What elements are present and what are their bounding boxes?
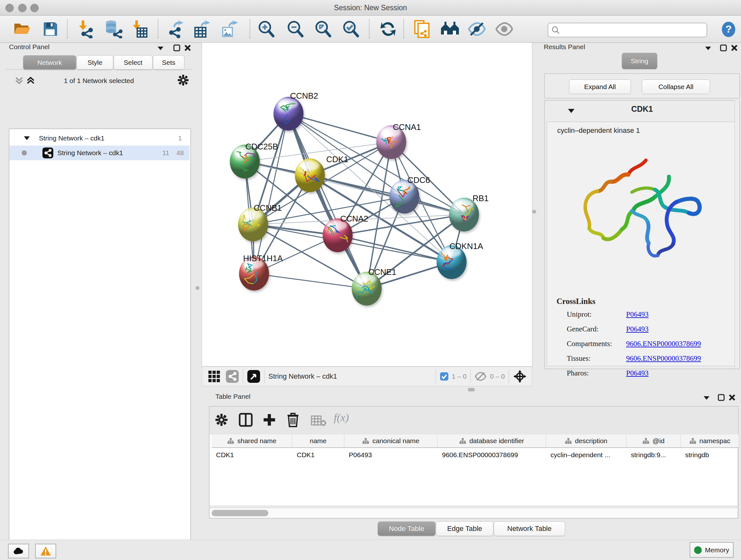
show-all-button[interactable] <box>494 18 515 40</box>
import-network-file-button[interactable] <box>76 18 97 40</box>
zoom-selected-button[interactable] <box>340 18 361 40</box>
expand-all-button[interactable]: Expand All <box>569 79 631 94</box>
column-header--id[interactable]: @id <box>626 435 681 448</box>
tab-network-table[interactable]: Network Table <box>494 521 565 536</box>
collapse-card-icon[interactable] <box>567 108 575 113</box>
panel-menu-icon[interactable] <box>157 46 164 51</box>
delete-column-icon[interactable] <box>286 412 299 428</box>
table-cell[interactable]: CDK1 <box>212 448 292 462</box>
add-column-icon[interactable] <box>262 413 276 427</box>
column-header-shared-name[interactable]: shared name <box>212 435 292 448</box>
network-node-ccnb2[interactable] <box>273 97 304 131</box>
help-button[interactable]: ? <box>721 21 737 37</box>
table-cell[interactable]: 9606.ENSP00000378699 <box>437 448 546 462</box>
first-neighbors-button[interactable] <box>440 18 461 40</box>
float-panel-icon[interactable] <box>720 44 727 51</box>
table-cell[interactable]: CDK1 <box>292 448 344 462</box>
network-row-selected[interactable]: String Network – cdk1 11 48 <box>10 145 190 160</box>
network-canvas[interactable]: CCNB2CCNA1CDC25BCDK1CDC6RB1CCNB1CCNA2CDK… <box>202 43 532 367</box>
zoom-in-icon <box>257 20 275 38</box>
results-scrollbar[interactable] <box>735 100 739 368</box>
collapse-all-icon[interactable] <box>15 76 23 84</box>
float-panel-icon[interactable] <box>173 44 180 51</box>
close-panel-icon[interactable] <box>731 44 738 51</box>
save-session-button[interactable] <box>40 18 61 40</box>
birds-eye-view-icon[interactable] <box>247 370 260 383</box>
table-hscrollbar-thumb[interactable] <box>212 510 268 516</box>
import-table-file-button[interactable] <box>130 18 151 40</box>
table-cell[interactable]: stringdb <box>681 448 739 462</box>
crosslink-link[interactable]: P06493 <box>626 369 649 377</box>
hierarchy-icon <box>459 438 466 444</box>
tab-string[interactable]: String <box>622 53 657 69</box>
table-cell[interactable]: cyclin–dependent ... <box>546 448 626 462</box>
tab-node-table[interactable]: Node Table <box>378 521 435 536</box>
table-gear-icon[interactable] <box>215 414 228 426</box>
zoom-selected-icon <box>342 20 360 38</box>
network-edge[interactable] <box>288 114 367 289</box>
selected-checkbox-icon[interactable] <box>440 372 449 381</box>
crosslink-link[interactable]: P06493 <box>626 310 649 319</box>
table-cell[interactable]: P06493 <box>344 448 437 462</box>
crosslink-label: Compartments: <box>567 340 612 348</box>
select-columns-icon[interactable] <box>239 413 253 427</box>
title-bar: Session: New Session <box>0 0 741 16</box>
zoom-fit-button[interactable] <box>313 18 333 40</box>
hide-selected-button[interactable] <box>466 18 487 40</box>
window-title: Session: New Session <box>0 0 741 15</box>
close-panel-icon[interactable] <box>184 44 191 51</box>
refresh-button[interactable] <box>378 18 399 40</box>
function-builder-icon[interactable]: f(x) <box>334 412 349 424</box>
panel-menu-icon[interactable] <box>703 395 710 400</box>
copy-style-button[interactable] <box>412 18 433 40</box>
close-panel-icon[interactable] <box>729 394 736 401</box>
network-edge[interactable] <box>254 273 367 289</box>
network-share-icon[interactable] <box>226 370 239 383</box>
table-hscrollbar[interactable] <box>210 508 737 518</box>
gear-icon[interactable] <box>178 74 189 86</box>
grid-view-icon[interactable] <box>208 370 220 383</box>
export-table-button[interactable] <box>192 18 213 40</box>
column-header-database-identifier[interactable]: database identifier <box>437 435 546 448</box>
hidden-eye-icon[interactable] <box>475 372 487 381</box>
import-network-database-button[interactable] <box>103 18 124 40</box>
crosslink-link[interactable]: P06493 <box>626 325 649 333</box>
memory-status-dot <box>694 546 702 554</box>
table-cell[interactable]: stringdb:9... <box>626 448 681 462</box>
tab-sets[interactable]: Sets <box>153 55 185 70</box>
tab-select[interactable]: Select <box>114 55 152 70</box>
zoom-out-button[interactable] <box>285 18 306 40</box>
column-header-description[interactable]: description <box>546 435 626 448</box>
float-panel-icon[interactable] <box>718 394 725 401</box>
memory-button[interactable]: Memory <box>690 542 734 558</box>
search-input[interactable] <box>563 24 706 36</box>
tree-expander-icon[interactable] <box>23 136 30 140</box>
network-edge[interactable] <box>254 114 288 273</box>
open-session-button[interactable] <box>12 18 33 40</box>
network-node-cdk1[interactable] <box>295 159 325 192</box>
column-header-name[interactable]: name <box>292 435 344 448</box>
tab-style[interactable]: Style <box>77 55 113 70</box>
expand-all-icon[interactable] <box>26 76 35 84</box>
export-image-button[interactable] <box>219 18 240 40</box>
column-header-namespac[interactable]: namespac <box>681 435 739 448</box>
right-splitter-handle[interactable] <box>532 210 536 213</box>
crosslink-link[interactable]: 9606.ENSP00000378699 <box>626 340 701 348</box>
toolbar-separator <box>369 19 369 39</box>
delete-table-icon[interactable] <box>311 415 326 426</box>
export-network-button[interactable] <box>165 18 186 40</box>
left-splitter-handle[interactable] <box>196 286 199 290</box>
crosslink-link[interactable]: 9606.ENSP00000378699 <box>626 354 701 363</box>
tab-network[interactable]: Network <box>23 55 76 70</box>
network-collection-row[interactable]: String Network – cdk1 1 <box>10 131 190 145</box>
tab-edge-table[interactable]: Edge Table <box>436 521 493 536</box>
warnings-button[interactable] <box>35 544 56 558</box>
cloud-button[interactable] <box>8 544 29 558</box>
statusbar-separator <box>264 369 265 383</box>
zoom-in-button[interactable] <box>256 18 277 40</box>
panel-menu-icon[interactable] <box>704 46 712 51</box>
crosshair-icon[interactable] <box>513 369 527 383</box>
column-header-canonical-name[interactable]: canonical name <box>344 435 437 448</box>
collapse-all-button[interactable]: Collapse All <box>642 79 710 94</box>
network-status-dot <box>22 150 27 155</box>
